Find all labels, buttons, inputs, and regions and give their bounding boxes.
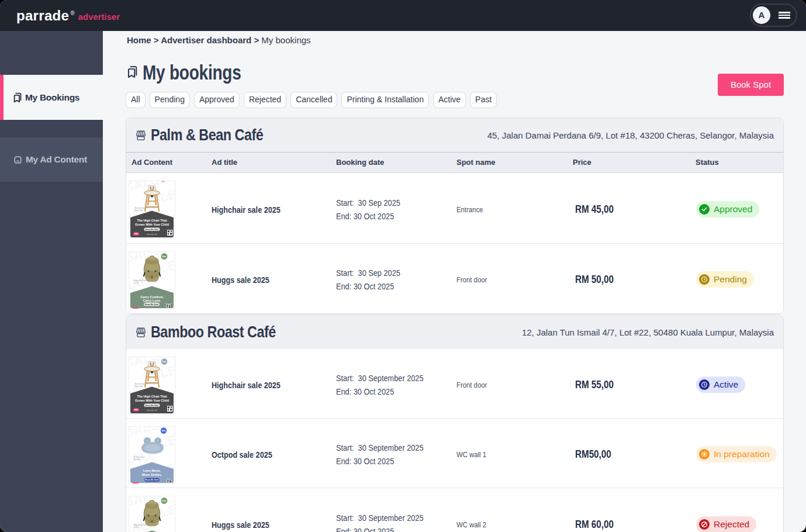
- svg-text:For Meals: For Meals: [134, 458, 141, 461]
- svg-text:Sale: Sale: [162, 500, 167, 502]
- svg-text:More Smiles.: More Smiles.: [142, 473, 162, 476]
- svg-text:The High Chair That: The High Chair That: [137, 219, 167, 222]
- svg-text:Show Me Sale!: Show Me Sale!: [145, 229, 159, 231]
- svg-text:Carry Love.: Carry Love.: [143, 299, 161, 302]
- svg-text:www.sale.com: www.sale.com: [147, 233, 158, 236]
- svg-text:kids: kids: [134, 233, 138, 235]
- svg-text:Show Me Sale!: Show Me Sale!: [145, 405, 159, 407]
- svg-text:Sale: Sale: [162, 361, 167, 363]
- svg-text:www.sale.com: www.sale.com: [147, 409, 158, 412]
- svg-text:White Cloth: White Cloth: [134, 385, 143, 388]
- svg-text:Show Me Sale!: Show Me Sale!: [144, 303, 159, 305]
- svg-text:Sale: Sale: [162, 430, 166, 432]
- svg-text:Less Mess,: Less Mess,: [143, 469, 161, 472]
- svg-text:SCAN CODE: SCAN CODE: [167, 405, 175, 406]
- svg-text:Grows With Your Child: Grows With Your Child: [135, 399, 169, 402]
- svg-text:SCAN CODE: SCAN CODE: [167, 229, 175, 230]
- svg-text:Sale: Sale: [162, 255, 167, 258]
- svg-text:The High Chair That: The High Chair That: [137, 395, 167, 398]
- svg-text:Carry Comfort,: Carry Comfort,: [140, 295, 164, 298]
- svg-text:White Cloth: White Cloth: [134, 209, 143, 212]
- svg-text:Grows With Your Child: Grows With Your Child: [135, 223, 169, 226]
- svg-text:Carrier: Carrier: [134, 282, 139, 284]
- svg-text:SCAN CODE: SCAN CODE: [164, 303, 172, 304]
- svg-text:Show Me Sale!: Show Me Sale!: [145, 479, 160, 481]
- svg-text:Carrier: Carrier: [134, 526, 139, 528]
- svg-text:kids: kids: [134, 409, 138, 411]
